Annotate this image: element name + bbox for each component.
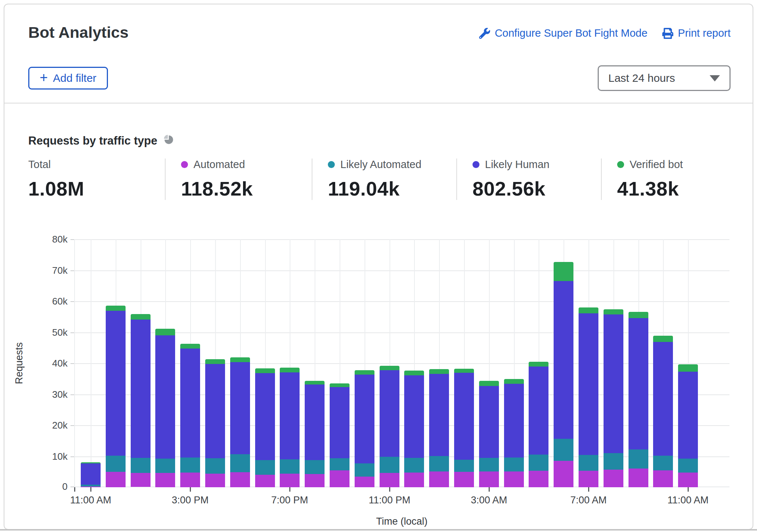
bar-500am[interactable] (529, 362, 548, 487)
vertical-gridline (91, 239, 91, 487)
bar-segment-verified-bot (629, 312, 648, 318)
bar-700pm[interactable] (280, 368, 300, 487)
bar-segment-verified-bot (604, 309, 623, 314)
bar-segment-verified-bot (529, 362, 548, 367)
plot-area: 010k20k30k40k50k60k70k80k11:00 AM3:00 PM… (74, 239, 729, 487)
bar-segment-likely-automated (106, 456, 126, 472)
bar-segment-likely-automated (404, 458, 424, 473)
bar-segment-automated (380, 473, 399, 487)
x-axis-tick-label: 11:00 AM (54, 495, 127, 506)
time-range-dropdown[interactable]: Last 24 hours (598, 65, 731, 91)
y-axis-tick (70, 239, 74, 240)
bar-900am[interactable] (629, 312, 648, 487)
bar-segment-likely-automated (554, 439, 573, 461)
y-axis-tick-label: 10k (31, 451, 68, 462)
bar-segment-automated (653, 470, 673, 487)
horizontal-gridline (74, 239, 729, 240)
stat-total-label: Total (28, 158, 51, 171)
traffic-type-stats: Total 1.08M Automated 118.52k Likely Aut… (28, 158, 733, 200)
bar-200pm[interactable] (155, 329, 175, 487)
stat-automated: Automated 118.52k (165, 158, 312, 200)
bar-1000pm[interactable] (355, 370, 374, 487)
chevron-down-icon (710, 75, 720, 81)
bar-segment-likely-automated (280, 459, 300, 474)
bar-800pm[interactable] (305, 381, 325, 487)
bar-100am[interactable] (429, 369, 449, 487)
bar-segment-likely-automated (454, 460, 474, 472)
section-heading-label: Requests by traffic type (28, 134, 157, 147)
configure-link-label: Configure Super Bot Fight Mode (495, 27, 648, 39)
bar-segment-verified-bot (355, 370, 374, 375)
vertical-gridline (74, 239, 75, 487)
stat-likely-human-label: Likely Human (485, 158, 550, 171)
bar-300am[interactable] (479, 381, 499, 487)
bar-segment-automated (131, 473, 151, 487)
bar-900pm[interactable] (330, 383, 349, 487)
bar-1000am[interactable] (653, 336, 673, 487)
bar-segment-likely-human (479, 386, 499, 458)
bar-500pm[interactable] (230, 357, 250, 487)
y-axis-tick (70, 456, 74, 457)
y-axis-tick-label: 60k (31, 296, 68, 307)
bar-1100am[interactable] (81, 462, 101, 487)
x-axis-tick-label: 3:00 PM (153, 495, 227, 506)
stat-likely-automated: Likely Automated 119.04k (312, 158, 456, 200)
bar-segment-automated (479, 471, 499, 487)
bar-1100am[interactable] (678, 364, 698, 487)
bar-segment-likely-human (355, 375, 374, 464)
y-axis-tick-label: 80k (31, 234, 68, 245)
bar-100pm[interactable] (131, 314, 151, 487)
bar-segment-likely-human (205, 364, 225, 458)
x-axis-tick-label: 7:00 PM (253, 495, 326, 506)
bar-segment-likely-human (579, 313, 598, 455)
bar-segment-verified-bot (579, 307, 598, 313)
bar-segment-verified-bot (479, 381, 499, 386)
bar-400pm[interactable] (205, 359, 225, 487)
bar-1200pm[interactable] (106, 306, 126, 487)
x-axis-title: Time (local) (74, 516, 729, 527)
pie-chart-icon (163, 134, 174, 148)
add-filter-button[interactable]: + Add filter (28, 67, 108, 90)
bar-200am[interactable] (454, 369, 474, 487)
bar-segment-verified-bot (330, 383, 349, 387)
bar-300pm[interactable] (180, 344, 200, 487)
bar-segment-automated (106, 472, 126, 487)
x-axis-tick (90, 487, 91, 492)
bar-segment-likely-human (155, 335, 175, 459)
bar-segment-likely-human (131, 320, 151, 458)
bar-segment-automated (230, 472, 250, 487)
bar-segment-verified-bot (504, 379, 524, 384)
print-report-link[interactable]: Print report (662, 27, 731, 39)
bar-1200am[interactable] (404, 371, 424, 487)
y-axis-title: Requests (11, 239, 27, 487)
bar-segment-automated (355, 477, 374, 487)
y-axis-tick (70, 301, 74, 302)
x-axis-tick-label: 3:00 AM (452, 495, 526, 506)
bar-segment-automated (554, 461, 573, 487)
bar-segment-likely-automated (355, 463, 374, 476)
bar-600am[interactable] (554, 262, 573, 487)
stat-likely-human-value: 802.56k (472, 177, 601, 200)
bar-segment-likely-automated (629, 449, 648, 469)
bar-segment-likely-automated (604, 453, 623, 470)
bar-segment-likely-automated (479, 458, 499, 471)
bar-segment-automated (529, 471, 548, 487)
verified-bot-legend-dot (617, 161, 624, 168)
bar-segment-automated (429, 471, 449, 487)
y-axis-tick-label: 40k (31, 358, 68, 369)
bar-800am[interactable] (604, 309, 623, 487)
bar-400am[interactable] (504, 379, 524, 487)
bar-600pm[interactable] (255, 368, 275, 487)
y-axis-tick (70, 394, 74, 395)
bar-segment-likely-automated (678, 459, 698, 473)
bar-segment-likely-automated (579, 455, 598, 471)
next-section-divider (0, 529, 757, 531)
bar-700am[interactable] (579, 307, 598, 487)
y-axis-tick (70, 363, 74, 364)
add-filter-label: Add filter (53, 72, 96, 84)
configure-super-bot-fight-mode-link[interactable]: Configure Super Bot Fight Mode (479, 27, 648, 39)
bar-segment-likely-human (106, 311, 126, 456)
bar-segment-likely-automated (230, 454, 250, 472)
stat-likely-automated-label: Likely Automated (340, 158, 421, 171)
bar-1100pm[interactable] (380, 366, 399, 487)
